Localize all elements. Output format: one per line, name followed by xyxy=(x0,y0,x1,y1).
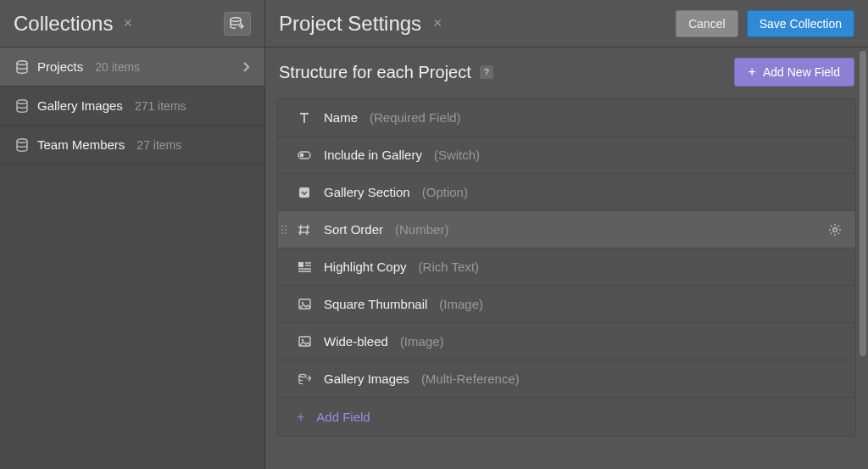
text-icon xyxy=(297,112,312,124)
app-root: Collections × Projects 20 items xyxy=(0,0,868,469)
svg-point-1 xyxy=(17,60,27,64)
field-name: Square Thumbnail xyxy=(324,297,427,311)
close-icon[interactable]: × xyxy=(123,14,132,32)
add-collection-button[interactable] xyxy=(224,12,251,36)
main-title-wrap: Project Settings × xyxy=(279,12,442,36)
field-row-include-in-gallery[interactable]: Include in Gallery (Switch) xyxy=(278,137,855,174)
image-icon xyxy=(297,336,312,347)
database-icon xyxy=(15,60,29,74)
help-icon[interactable]: ? xyxy=(480,65,493,79)
collection-item-projects[interactable]: Projects 20 items xyxy=(0,47,264,87)
field-list: Name (Required Field) Include in Gallery… xyxy=(277,98,856,437)
svg-point-2 xyxy=(17,99,27,103)
add-field-label: Add Field xyxy=(316,410,370,424)
field-type: (Number) xyxy=(395,222,448,237)
add-new-field-button[interactable]: + Add New Field xyxy=(734,58,854,87)
save-collection-button[interactable]: Save Collection xyxy=(747,10,854,37)
collection-label: Projects xyxy=(37,59,83,74)
svg-point-0 xyxy=(231,17,241,20)
field-name: Highlight Copy xyxy=(324,260,407,274)
image-icon xyxy=(297,299,312,310)
structure-title: Structure for each Project xyxy=(279,63,471,82)
collection-item-team-members[interactable]: Team Members 27 items xyxy=(0,126,264,165)
collection-count: 20 items xyxy=(95,60,140,74)
database-icon xyxy=(15,138,29,152)
svg-rect-8 xyxy=(298,262,303,267)
structure-header: Structure for each Project ? + Add New F… xyxy=(277,47,856,98)
field-name: Name xyxy=(324,110,358,125)
multiref-icon xyxy=(297,373,312,385)
cancel-button[interactable]: Cancel xyxy=(676,10,738,37)
collection-count: 27 items xyxy=(136,138,181,152)
collection-item-gallery-images[interactable]: Gallery Images 271 items xyxy=(0,87,264,126)
richtext-icon xyxy=(297,262,312,272)
plus-icon: + xyxy=(297,410,304,424)
chevron-right-icon xyxy=(242,62,249,72)
svg-point-3 xyxy=(17,138,27,142)
svg-rect-6 xyxy=(299,187,309,198)
structure-title-wrap: Structure for each Project ? xyxy=(279,63,493,82)
main-body: Structure for each Project ? + Add New F… xyxy=(265,47,868,469)
main-header: Project Settings × Cancel Save Collectio… xyxy=(265,0,868,47)
page-title: Project Settings xyxy=(279,12,421,36)
sidebar-header: Collections × xyxy=(0,0,264,47)
field-row-gallery-section[interactable]: Gallery Section (Option) xyxy=(278,174,855,211)
collection-label: Team Members xyxy=(37,137,125,152)
drag-handle-icon[interactable] xyxy=(281,226,287,234)
field-row-wide-bleed[interactable]: Wide-bleed (Image) xyxy=(278,323,855,360)
header-actions: Cancel Save Collection xyxy=(676,10,854,37)
svg-point-5 xyxy=(300,153,304,157)
field-type: (Rich Text) xyxy=(419,260,479,274)
field-type: (Image) xyxy=(400,334,444,349)
svg-point-12 xyxy=(301,339,303,341)
svg-point-7 xyxy=(833,227,837,231)
gear-icon[interactable] xyxy=(828,223,842,237)
svg-point-13 xyxy=(299,374,306,377)
field-row-sort-order[interactable]: Sort Order (Number) xyxy=(278,211,855,248)
field-type: (Option) xyxy=(422,185,468,199)
field-name: Gallery Images xyxy=(324,371,409,386)
field-type: (Multi-Reference) xyxy=(421,371,520,386)
field-type: (Required Field) xyxy=(370,110,461,125)
sidebar-title: Collections xyxy=(14,12,113,36)
svg-point-10 xyxy=(301,302,303,304)
collections-sidebar: Collections × Projects 20 items xyxy=(0,0,265,469)
add-new-field-label: Add New Field xyxy=(763,65,840,79)
collection-count: 271 items xyxy=(135,99,186,113)
sidebar-title-wrap: Collections × xyxy=(14,12,132,36)
field-row-name[interactable]: Name (Required Field) xyxy=(278,99,855,137)
option-icon xyxy=(297,187,312,198)
field-name: Include in Gallery xyxy=(324,148,422,162)
scrollbar-thumb[interactable] xyxy=(860,51,866,356)
field-row-square-thumbnail[interactable]: Square Thumbnail (Image) xyxy=(278,286,855,323)
field-type: (Image) xyxy=(439,297,483,311)
field-row-highlight-copy[interactable]: Highlight Copy (Rich Text) xyxy=(278,248,855,286)
database-plus-icon xyxy=(230,17,245,31)
close-icon[interactable]: × xyxy=(433,14,442,32)
plus-icon: + xyxy=(748,65,756,79)
field-name: Sort Order xyxy=(324,222,383,237)
main-panel: Project Settings × Cancel Save Collectio… xyxy=(265,0,868,469)
add-field-button[interactable]: + Add Field xyxy=(278,398,855,436)
collection-label: Gallery Images xyxy=(37,98,123,113)
collection-list: Projects 20 items Gallery Images 271 ite… xyxy=(0,47,264,165)
number-icon xyxy=(297,224,312,236)
database-icon xyxy=(15,99,29,113)
field-type: (Switch) xyxy=(434,148,480,162)
switch-icon xyxy=(297,151,312,159)
field-row-gallery-images[interactable]: Gallery Images (Multi-Reference) xyxy=(278,360,855,398)
field-name: Gallery Section xyxy=(324,185,410,199)
field-name: Wide-bleed xyxy=(324,334,388,349)
